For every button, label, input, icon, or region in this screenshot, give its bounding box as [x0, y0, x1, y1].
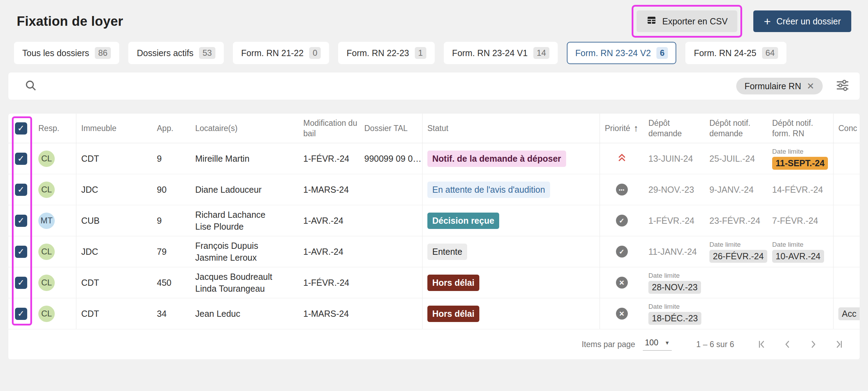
export-csv-button[interactable]: Exporter en CSV	[637, 10, 738, 32]
tab-count-badge: 86	[95, 47, 111, 59]
col-header-dossier-tal[interactable]: Dossier TAL	[359, 114, 422, 143]
tenant-name: François Dupuis	[195, 240, 258, 252]
search-bar: Formulaire RN ✕	[8, 72, 860, 100]
date-limit-label: Date limite	[648, 272, 680, 279]
header-actions: Exporter en CSV + Créer un dossier	[637, 10, 851, 32]
table-row[interactable]: ✓ CL CDT 34 Jean Leduc 1-MARS-24 Hors dé…	[8, 298, 860, 329]
export-button-wrap: Exporter en CSV	[637, 10, 738, 32]
filter-chip-label: Formulaire RN	[745, 81, 801, 91]
cell-depot-notif-rn	[767, 267, 833, 298]
filter-tab[interactable]: Form. RN 23-24 V1 14	[444, 42, 558, 64]
avatar: MT	[38, 213, 55, 229]
cell-depot-notif-rn: Date limite 10-AVR.-24	[767, 236, 833, 267]
cell-immeuble: CDT	[76, 143, 152, 174]
col-header-conc[interactable]: Conc	[833, 114, 860, 143]
search-icon[interactable]	[24, 79, 37, 93]
cell-depot-notif-demande: 23-FÉVR.-24	[705, 205, 767, 236]
last-page-button[interactable]	[834, 339, 844, 350]
table-row[interactable]: ✓ CL JDC 90 Diane Ladouceur 1-MARS-24 En…	[8, 174, 860, 205]
cell-immeuble: CDT	[76, 267, 152, 298]
col-header-resp[interactable]: Resp.	[33, 114, 76, 143]
cell-immeuble: JDC	[76, 174, 152, 205]
select-all-checkbox[interactable]: ✓	[15, 122, 27, 135]
status-badge: Hors délai	[427, 306, 479, 322]
row-checkbox[interactable]: ✓	[15, 153, 27, 165]
col-header-immeuble[interactable]: Immeuble	[76, 114, 152, 143]
col-header-depot-notif-demande[interactable]: Dépôt notif. demande	[705, 114, 767, 143]
col-header-app[interactable]: App.	[152, 114, 190, 143]
priority-high-icon	[617, 153, 626, 164]
date-value: 10-AVR.-24	[772, 250, 824, 263]
cell-immeuble: CDT	[76, 298, 152, 329]
status-badge: Notif. de la demande à déposer	[427, 151, 566, 167]
cell-depot-demande: Date limite 18-DÉC.-23	[644, 298, 705, 329]
row-checkbox[interactable]: ✓	[15, 246, 27, 258]
cell-dossier-tal	[359, 174, 422, 205]
create-dossier-button[interactable]: + Créer un dossier	[753, 10, 851, 32]
tenant-name: Richard Lachance	[195, 209, 266, 221]
cell-locataires: Mireille Martin	[190, 143, 298, 174]
row-checkbox[interactable]: ✓	[15, 277, 27, 289]
topbar: Fixation de loyer Exporter en CSV + Crée…	[0, 0, 868, 32]
cell-app: 79	[152, 236, 190, 267]
search-input[interactable]	[45, 81, 736, 92]
table-row[interactable]: ✓ CL CDT 450 Jacques BoudreaultLinda Tou…	[8, 267, 860, 298]
filter-chip[interactable]: Formulaire RN ✕	[736, 78, 823, 94]
priority-done-icon: ✓	[616, 215, 628, 227]
filter-tab[interactable]: Tous les dossiers 86	[14, 42, 119, 64]
tenant-name: Diane Ladouceur	[195, 184, 261, 196]
export-csv-label: Exporter en CSV	[662, 16, 728, 26]
page-size-select[interactable]: 100 ▼	[643, 338, 672, 351]
col-header-depot-notif-rn[interactable]: Dépôt notif. form. RN	[767, 114, 833, 143]
date-value: 29-NOV.-23	[648, 185, 694, 195]
cell-locataires: Richard LachanceLise Plourde	[190, 205, 298, 236]
avatar: CL	[38, 275, 55, 291]
items-per-page-label: Items par page	[582, 340, 635, 349]
table-row[interactable]: ✓ CL CDT 9 Mireille Martin 1-FÉVR.-24 99…	[8, 143, 860, 174]
cell-locataires: Jean Leduc	[190, 298, 298, 329]
date-limit-label: Date limite	[772, 241, 804, 248]
date-value: 28-NOV.-23	[648, 281, 701, 294]
sort-ascending-icon: ↑	[634, 123, 639, 133]
next-page-button[interactable]	[808, 339, 818, 350]
filter-tab[interactable]: Form. RN 21-22 0	[233, 42, 329, 64]
cell-dossier-tal	[359, 236, 422, 267]
col-header-statut[interactable]: Statut	[422, 114, 600, 143]
filter-sliders-icon[interactable]	[836, 79, 849, 93]
date-value: 14-FÉVR.-24	[772, 185, 823, 195]
col-header-priorite[interactable]: Priorité ↑	[600, 114, 644, 143]
cell-app: 9	[152, 205, 190, 236]
cell-depot-notif-rn: 7-FÉVR.-24	[767, 205, 833, 236]
cell-depot-notif-demande: 9-JANV.-24	[705, 174, 767, 205]
filter-tab[interactable]: Form. RN 23-24 V2 6	[567, 42, 676, 64]
create-dossier-label: Créer un dossier	[776, 16, 841, 26]
tab-count-badge: 53	[199, 47, 215, 59]
row-checkbox[interactable]: ✓	[15, 215, 27, 227]
row-checkbox[interactable]: ✓	[15, 308, 27, 320]
avatar: CL	[38, 244, 55, 260]
tab-count-badge: 14	[533, 47, 550, 59]
cell-dossier-tal	[359, 205, 422, 236]
cell-locataires: Diane Ladouceur	[190, 174, 298, 205]
priority-done-icon: ✓	[616, 246, 628, 258]
filter-tab[interactable]: Form. RN 22-23 1	[338, 42, 435, 64]
chip-close-icon[interactable]: ✕	[807, 82, 814, 91]
status-badge: Décision reçue	[427, 213, 499, 229]
col-header-modification[interactable]: Modification du bail	[298, 114, 359, 143]
col-header-depot-demande[interactable]: Dépôt demande	[644, 114, 705, 143]
cell-app: 90	[152, 174, 190, 205]
table-row[interactable]: ✓ MT CUB 9 Richard LachanceLise Plourde …	[8, 205, 860, 236]
previous-page-button[interactable]	[782, 339, 793, 350]
first-page-button[interactable]	[756, 339, 767, 350]
cell-modification-du-bail: 1-FÉVR.-24	[298, 143, 359, 174]
filter-tab[interactable]: Form. RN 24-25 64	[685, 42, 786, 64]
filter-tab[interactable]: Dossiers actifs 53	[128, 42, 223, 64]
table-row[interactable]: ✓ CL JDC 79 François DupuisJasmine Lerou…	[8, 236, 860, 267]
date-value: 1-FÉVR.-24	[648, 216, 694, 226]
tab-count-badge: 64	[762, 47, 778, 59]
col-header-locataires[interactable]: Locataire(s)	[190, 114, 298, 143]
date-limit-label: Date limite	[772, 148, 804, 155]
row-checkbox[interactable]: ✓	[15, 184, 27, 196]
status-badge: En attente de l'avis d'audition	[427, 182, 550, 198]
date-value: 18-DÉC.-23	[648, 312, 701, 325]
